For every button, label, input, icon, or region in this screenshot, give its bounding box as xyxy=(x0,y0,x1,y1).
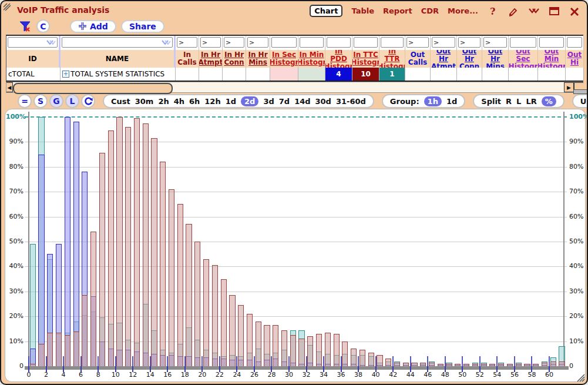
cell-out-hr-atmpt[interactable] xyxy=(431,68,457,81)
column-header-in-min-histogr[interactable]: In MinHistogr xyxy=(298,50,325,68)
cell-out-min-histogr[interactable] xyxy=(538,68,566,81)
split-option-lr[interactable]: LR xyxy=(526,97,536,106)
filter-dropdown-name[interactable] xyxy=(62,37,173,48)
column-header-in-hr-mins[interactable]: In HrMins xyxy=(246,50,270,68)
filter-input-in-ttr-histogr[interactable] xyxy=(381,37,404,48)
range-option-2d[interactable]: 2d xyxy=(241,96,258,106)
filter-input-out-hr-atmpt[interactable]: > xyxy=(432,37,455,48)
tab-more[interactable]: More... xyxy=(448,6,478,15)
cell-in-min-histogr[interactable] xyxy=(298,68,325,81)
filter-input-out-pdd-histogr[interactable] xyxy=(567,37,582,48)
filter-input-in-sec-histogr[interactable] xyxy=(271,37,297,48)
column-header-name[interactable]: NAME xyxy=(61,50,176,68)
help-icon[interactable]: ? xyxy=(487,6,499,16)
tab-report[interactable]: Report xyxy=(383,6,412,15)
range-option-1d[interactable]: 1d xyxy=(226,97,236,106)
scroll-left-button[interactable]: ◀ xyxy=(6,82,13,92)
filter-input-in-ttc-histogr[interactable] xyxy=(354,37,378,48)
split-option-l[interactable]: L xyxy=(516,97,521,106)
add-button[interactable]: Add xyxy=(70,20,116,33)
cell-out-sec-histogr[interactable] xyxy=(509,68,538,81)
cell-out-hr-conn[interactable] xyxy=(457,68,482,81)
tab-chart[interactable]: Chart xyxy=(310,5,342,17)
range-option-7d[interactable]: 7d xyxy=(279,97,290,106)
c-button[interactable]: C xyxy=(36,19,50,33)
cell-out-calls[interactable] xyxy=(405,68,431,81)
group-option-1h[interactable]: 1h xyxy=(424,96,442,106)
column-header-out-hr-atmpt[interactable]: Out HrAtmpt xyxy=(431,50,457,68)
edit-icon[interactable] xyxy=(508,6,519,16)
column-header-out-min-histogr[interactable]: Out MinHistogr xyxy=(538,50,566,68)
s-button[interactable]: S xyxy=(33,94,48,108)
cell-in-ttc-histogr[interactable]: 10 xyxy=(352,68,379,81)
collapse-icon[interactable] xyxy=(528,6,540,16)
window-resize-grip-bottom-right[interactable] xyxy=(576,373,586,383)
tab-table[interactable]: Table xyxy=(351,6,374,15)
column-header-in-pdd-histogr[interactable]: In PDDHistogr xyxy=(325,50,352,68)
column-header-out-pdd-histogr[interactable]: OutHi xyxy=(566,50,584,68)
filter-input-out-hr-mins[interactable]: > xyxy=(483,37,507,48)
menu-button[interactable]: = xyxy=(18,94,32,108)
filter-input-out-calls[interactable]: > xyxy=(406,37,429,48)
filter-input-in-hr-conn[interactable]: > xyxy=(224,37,244,48)
range-option-3d[interactable]: 3d xyxy=(263,97,274,106)
filter-input-in-min-histogr[interactable] xyxy=(300,37,324,48)
scrollbar-thumb[interactable] xyxy=(13,83,173,94)
column-header-in-ttc-histogr[interactable]: In TTCHistogr xyxy=(352,50,379,68)
filter-input-out-hr-conn[interactable]: > xyxy=(458,37,481,48)
row-name-cell[interactable]: +TOTAL SYSTEM STATISTICS xyxy=(61,68,176,81)
split-option-r[interactable]: R xyxy=(506,97,512,106)
close-icon[interactable] xyxy=(569,6,581,16)
range-option-30m[interactable]: 30m xyxy=(135,97,154,106)
cell-in-hr-mins[interactable] xyxy=(246,68,270,81)
cell-in-calls[interactable] xyxy=(176,68,199,81)
cell-in-hr-atmpt[interactable] xyxy=(199,68,223,81)
filter-input-in-pdd-histogr[interactable] xyxy=(327,37,351,48)
filter-clear-button[interactable] xyxy=(18,19,32,33)
g-button[interactable]: G xyxy=(49,94,63,108)
maximize-icon[interactable] xyxy=(549,6,560,16)
refresh-button[interactable] xyxy=(81,94,95,108)
filter-input-out-sec-histogr[interactable] xyxy=(510,37,536,48)
l-button[interactable]: L xyxy=(65,94,79,108)
column-header-in-hr-conn[interactable]: In HrConn xyxy=(223,50,246,68)
column-header-in-sec-histogr[interactable]: In SecHistogr xyxy=(270,50,298,68)
range-option-6h[interactable]: 6h xyxy=(189,97,200,106)
range-option-14d[interactable]: 14d xyxy=(294,97,310,106)
expand-icon[interactable]: + xyxy=(62,71,69,78)
split-option-%[interactable]: % xyxy=(542,96,556,106)
filter-input-out-min-histogr[interactable] xyxy=(539,37,564,48)
filter-input-in-calls[interactable]: > xyxy=(177,37,197,48)
pane-splitter-handle[interactable] xyxy=(573,89,588,94)
range-option-12h[interactable]: 12h xyxy=(204,97,220,106)
window-resize-grip-top-left[interactable] xyxy=(2,2,13,13)
cell-out-pdd-histogr[interactable] xyxy=(566,68,584,81)
column-header-in-ttr-histogr[interactable]: In TTRHistogr xyxy=(379,50,405,68)
cell-in-hr-conn[interactable] xyxy=(223,68,246,81)
filter-input-in-hr-mins[interactable]: > xyxy=(247,37,268,48)
share-button[interactable]: Share xyxy=(121,20,164,33)
column-header-in-calls[interactable]: InCalls xyxy=(176,50,199,68)
cell-in-ttr-histogr[interactable]: 1 xyxy=(379,68,405,81)
filter-dropdown-id[interactable] xyxy=(8,37,58,48)
range-option-31-60d[interactable]: 31-60d xyxy=(336,97,366,106)
group-option-1d[interactable]: 1d xyxy=(446,97,457,106)
column-header-in-hr-atmpt[interactable]: In HrAtmpt xyxy=(199,50,223,68)
filter-input-in-hr-atmpt[interactable]: > xyxy=(200,37,221,48)
cell-in-pdd-histogr[interactable]: 4 xyxy=(325,68,352,81)
column-header-id[interactable]: ID xyxy=(6,50,61,68)
cell-in-sec-histogr[interactable] xyxy=(270,68,298,81)
range-option-30d[interactable]: 30d xyxy=(315,97,331,106)
range-option-4h[interactable]: 4h xyxy=(174,97,184,106)
cell-out-hr-mins[interactable] xyxy=(482,68,509,81)
scroll-right-button[interactable]: ▶ xyxy=(564,82,574,92)
tab-cdr[interactable]: CDR xyxy=(421,6,439,15)
column-header-out-sec-histogr[interactable]: Out SecHistogr xyxy=(509,50,538,68)
range-option-cust[interactable]: Cust xyxy=(111,97,130,106)
column-header-out-hr-mins[interactable]: Out HrMins xyxy=(482,50,509,68)
horizontal-scrollbar[interactable]: ◀ ▶ xyxy=(6,82,583,93)
column-header-out-calls[interactable]: OutCalls xyxy=(405,50,431,68)
range-option-2h[interactable]: 2h xyxy=(158,97,169,106)
column-header-out-hr-conn[interactable]: Out HrConn xyxy=(457,50,482,68)
table-data-row[interactable]: cTOTAL+TOTAL SYSTEM STATISTICS4101 xyxy=(6,68,583,81)
